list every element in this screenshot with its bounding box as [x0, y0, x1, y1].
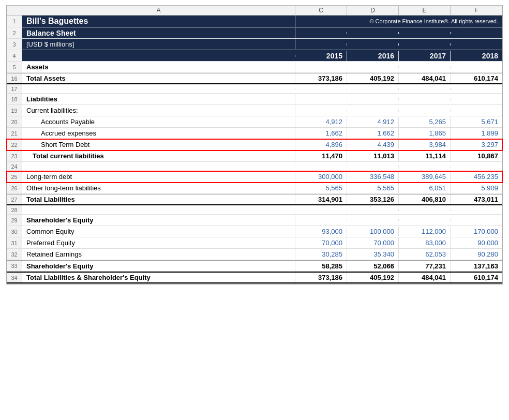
retained-earnings-2018: 90,280 [451, 249, 502, 259]
rownum-24: 24 [7, 162, 22, 171]
r2-e [399, 32, 451, 34]
row-28: 28 [7, 205, 502, 215]
rownum-17: 17 [7, 84, 22, 93]
long-term-debt-2017: 389,645 [399, 172, 451, 182]
col-header-e: E [399, 5, 451, 15]
r3-c [295, 43, 347, 46]
unit-label: [USD $ millions] [22, 39, 295, 49]
total-liabilities-2016: 353,126 [347, 194, 399, 204]
shareholders-equity-2016: 52,066 [347, 261, 399, 271]
row-17: 17 [7, 84, 502, 94]
r2-f [451, 32, 502, 34]
retained-earnings-2015: 30,285 [295, 249, 347, 259]
common-equity-label: Common Equity [22, 227, 295, 236]
long-term-debt-2016: 336,548 [347, 172, 399, 182]
long-term-debt-2015: 300,000 [295, 172, 347, 182]
r3-d [347, 43, 399, 46]
rownum-4: 4 [7, 50, 22, 61]
year-2017: 2017 [399, 51, 451, 61]
r5-c [295, 66, 347, 68]
row-22: 22 Short Term Debt 4,896 4,439 3,984 3,2… [7, 139, 502, 151]
other-lt-liabilities-2016: 5,565 [347, 183, 399, 193]
total-current-liabilities-2015: 11,470 [295, 151, 347, 161]
total-assets-2018: 610,174 [451, 73, 502, 83]
row-23: 23 Total current liabilities 11,470 11,0… [7, 151, 502, 162]
total-liabilities-equity-2017: 484,041 [399, 273, 451, 282]
total-current-liabilities-2016: 11,013 [347, 151, 399, 161]
short-term-debt-2017: 3,984 [399, 140, 451, 149]
sheet-title: Balance Sheet [22, 28, 295, 38]
other-lt-liabilities-label: Other long-term liabilities [22, 183, 295, 193]
row-1: 1 Bill's Baguettes © Corporate Finance I… [7, 16, 502, 27]
retained-earnings-label: Retained Earnings [22, 249, 295, 259]
row-24: 24 [7, 162, 502, 171]
col-header-a: A [22, 5, 295, 15]
rownum-21: 21 [7, 128, 22, 139]
retained-earnings-2016: 35,340 [347, 249, 399, 259]
accrued-expenses-2017: 1,865 [399, 128, 451, 138]
total-assets-label: Total Assets [22, 73, 295, 83]
accrued-expenses-2016: 1,662 [347, 128, 399, 138]
rownum-20: 20 [7, 116, 22, 127]
rownum-23: 23 [7, 151, 22, 161]
row-5: 5 Assets [7, 62, 502, 73]
row-2: 2 Balance Sheet [7, 27, 502, 39]
common-equity-2018: 170,000 [451, 227, 502, 236]
total-liabilities-equity-2016: 405,192 [347, 273, 399, 282]
row-25: 25 Long-term debt 300,000 336,548 389,64… [7, 171, 502, 183]
total-assets-2016: 405,192 [347, 73, 399, 83]
accrued-expenses-label: Accrued expenses [22, 128, 295, 138]
total-assets-2017: 484,041 [399, 73, 451, 83]
row-29: 29 Shareholder's Equity [7, 215, 502, 226]
col-header-f: F [451, 5, 502, 15]
total-liabilities-equity-2018: 610,174 [451, 273, 502, 282]
total-current-liabilities-label: Total current liabilities [22, 151, 295, 161]
rownum-1: 1 [7, 16, 22, 27]
row-31: 31 Preferred Equity 70,000 70,000 83,000… [7, 237, 502, 249]
r5-e [399, 66, 451, 68]
row-33: 33 Shareholder's Equity 58,285 52,066 77… [7, 260, 502, 272]
other-lt-liabilities-2018: 5,909 [451, 183, 502, 193]
row-21: 21 Accrued expenses 1,662 1,662 1,865 1,… [7, 128, 502, 139]
col-header-rownum [7, 5, 22, 15]
current-liabilities-label: Current liabilities: [22, 106, 295, 115]
rownum-3: 3 [7, 39, 22, 50]
row-34: 34 Total Liabilities & Shareholder's Equ… [7, 272, 502, 284]
year-2018: 2018 [451, 51, 502, 61]
accounts-payable-2018: 5,671 [451, 117, 502, 127]
short-term-debt-2016: 4,439 [347, 140, 399, 149]
retained-earnings-2017: 62,053 [399, 249, 451, 259]
common-equity-2016: 100,000 [347, 227, 399, 236]
r5-d [347, 66, 399, 68]
row-27: 27 Total Liabilities 314,901 353,126 406… [7, 194, 502, 205]
common-equity-2015: 93,000 [295, 227, 347, 236]
r5-f [451, 66, 502, 68]
other-lt-liabilities-2017: 6,051 [399, 183, 451, 193]
total-current-liabilities-2017: 11,114 [399, 151, 451, 161]
short-term-debt-2018: 3,297 [451, 140, 502, 149]
col-header-row: A C D E F [7, 5, 502, 16]
row-30: 30 Common Equity 93,000 100,000 112,000 … [7, 226, 502, 237]
total-assets-2015: 373,186 [295, 73, 347, 83]
rownum-19: 19 [7, 105, 22, 116]
total-liabilities-2017: 406,810 [399, 194, 451, 204]
shareholders-equity-total-label: Shareholder's Equity [22, 261, 295, 271]
year-2015: 2015 [295, 51, 347, 61]
total-liabilities-equity-2015: 373,186 [295, 273, 347, 282]
total-liabilities-2015: 314,901 [295, 194, 347, 204]
r4-label [22, 55, 295, 57]
rownum-25: 25 [7, 171, 22, 182]
spreadsheet: A C D E F 1 Bill's Baguettes © Corporate… [6, 5, 503, 284]
rownum-31: 31 [7, 237, 22, 248]
copyright: © Corporate Finance Institute®. All righ… [295, 17, 502, 25]
preferred-equity-2018: 90,000 [451, 238, 502, 248]
rownum-5: 5 [7, 62, 22, 72]
rownum-22: 22 [7, 139, 22, 150]
assets-header: Assets [22, 62, 295, 72]
rownum-34: 34 [7, 273, 22, 282]
rownum-26: 26 [7, 183, 22, 193]
row-19: 19 Current liabilities: [7, 105, 502, 116]
total-liabilities-2018: 473,011 [451, 194, 502, 204]
accrued-expenses-2018: 1,899 [451, 128, 502, 138]
row-32: 32 Retained Earnings 30,285 35,340 62,05… [7, 249, 502, 260]
